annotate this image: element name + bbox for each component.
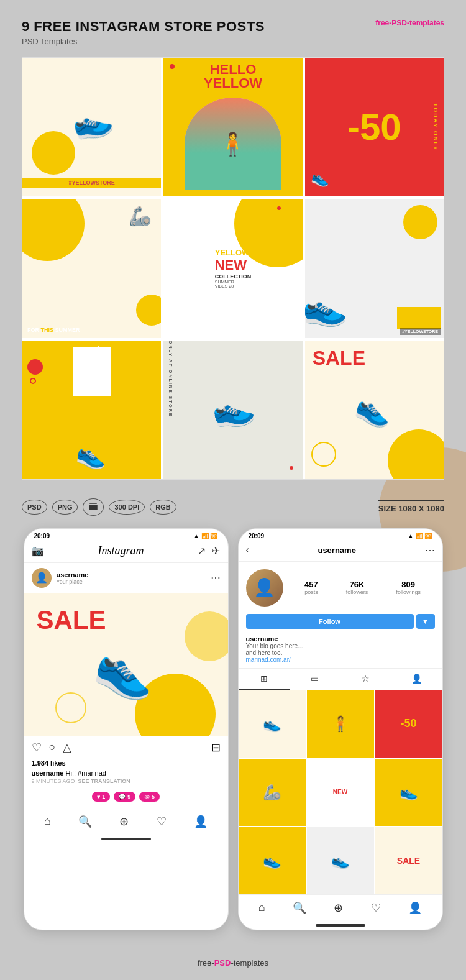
thumb-9-text: SALE — [397, 856, 420, 866]
right-nav-home-icon[interactable]: ⌂ — [258, 901, 265, 914]
tab-contact[interactable]: 👤 — [391, 669, 442, 690]
stat-posts-number: 457 — [304, 580, 318, 589]
right-nav-profile-icon[interactable]: 👤 — [408, 901, 422, 915]
comment-icon[interactable]: ○ — [49, 741, 56, 754]
shoe-emoji-3: 👟 — [309, 168, 331, 189]
ig-post-dots[interactable]: ⋯ — [211, 572, 221, 584]
badge-dpi: 300 DPI — [109, 500, 145, 515]
ig-notifications: ♥1 💬9 @5 — [24, 785, 228, 808]
page-header: 9 FREE INSTAGRAM STORE POSTS PSD Templat… — [22, 19, 444, 46]
svg-rect-0 — [89, 505, 98, 506]
profile-stats: 457 posts 76K followers 809 followings — [291, 580, 435, 595]
stat-followers-number: 76K — [346, 580, 368, 589]
profile-thumb-9[interactable]: SALE — [375, 827, 442, 894]
profile-thumb-3[interactable]: -50 — [375, 690, 442, 758]
profile-thumb-1[interactable]: 👟 — [239, 690, 306, 758]
thumb-2-emoji: 🧍 — [331, 715, 350, 733]
profile-grid: 👟 🧍 -50 🦾 NEW 👟 👟 — [239, 690, 442, 894]
bio-username: username — [246, 635, 435, 643]
post-cell-5: YELLOW NEW COLLECTION SUMMERVIBES 28 — [163, 199, 302, 337]
post-cell-4: 🦾 FOR THIS SUMMER — [22, 199, 161, 337]
post-cell-8: ONLY AT ONLINE STORE 👟 — [163, 341, 302, 479]
tab-list[interactable]: ▭ — [290, 669, 340, 690]
profile-tabs: ⊞ ▭ ☆ 👤 — [239, 668, 442, 690]
stat-following-label: followings — [396, 589, 421, 595]
stat-followers: 76K followers — [346, 580, 368, 595]
post-6-tag: #YELLOWSTORE — [400, 328, 441, 335]
profile-thumb-6[interactable]: 👟 — [375, 759, 442, 826]
nav-heart-icon[interactable]: ♡ — [157, 815, 167, 828]
post-5-line1: YELLOW — [215, 248, 252, 257]
profile-thumb-8[interactable]: 👟 — [307, 827, 374, 894]
badge-png: PNG — [52, 500, 78, 515]
heart-icon[interactable]: ♡ — [32, 741, 42, 754]
profile-thumb-2[interactable]: 🧍 — [307, 690, 374, 758]
svg-rect-3 — [89, 503, 97, 504]
right-nav-search-icon[interactable]: 🔍 — [293, 901, 306, 915]
nav-search-icon[interactable]: 🔍 — [78, 815, 92, 828]
notif-comment: 💬9 — [114, 792, 135, 802]
profile-three-dots[interactable]: ⋯ — [425, 544, 435, 556]
svg-rect-2 — [89, 508, 98, 510]
thumb-6-emoji: 👟 — [400, 784, 418, 801]
tab-tagged[interactable]: ☆ — [340, 669, 391, 690]
profile-thumb-5[interactable]: NEW — [307, 759, 374, 826]
thumb-3-text: -50 — [400, 717, 416, 730]
right-phone-nav: ⌂ 🔍 ⊕ ♡ 👤 — [239, 894, 442, 921]
follow-dropdown[interactable]: ▼ — [416, 614, 435, 629]
bio-link[interactable]: marinad.com.ar/ — [246, 656, 435, 663]
stat-following: 809 followings — [396, 580, 421, 595]
share-icon[interactable]: ↗ — [198, 545, 206, 557]
share-action-icon[interactable]: △ — [63, 741, 71, 754]
tab-grid[interactable]: ⊞ — [239, 669, 290, 690]
right-phone-bottom-indicator — [316, 924, 365, 927]
ig-post-place: Your place — [57, 579, 89, 585]
badge-layers — [83, 498, 104, 516]
post-8-text: ONLY AT ONLINE STORE — [168, 341, 173, 479]
profile-info: 👤 457 posts 76K followers 809 followings — [239, 562, 442, 614]
shoe-emoji-8: 👟 — [207, 385, 258, 435]
shoe-emoji-6: 👟 — [305, 285, 349, 331]
right-nav-heart-icon[interactable]: ♡ — [371, 901, 381, 915]
thumb-7-emoji: 👟 — [263, 852, 281, 869]
ig-avatar: 👤 — [32, 568, 52, 588]
ig-post-image: SALE 👟 — [24, 593, 228, 736]
ig-header: 📷 Instagram ↗ ✈ — [24, 542, 228, 563]
brand-logo: free-PSD-templates — [375, 19, 444, 27]
bookmark-icon[interactable]: ⊟ — [211, 741, 221, 754]
ig-logo: Instagram — [98, 544, 144, 557]
nav-home-icon[interactable]: ⌂ — [44, 815, 51, 828]
shoe-emoji-9: 👟 — [352, 388, 396, 432]
shoe-emoji-7: 👟 — [74, 438, 109, 472]
nav-profile-icon[interactable]: 👤 — [194, 815, 208, 828]
bio-text2: and here too. — [246, 649, 435, 656]
badges-bar: PSD PNG 300 DPI RGB SIZE 1080 X 1080 — [22, 498, 444, 516]
right-status-icons: ▲ 📶 🛜 — [408, 533, 432, 539]
badge-psd: PSD — [22, 500, 47, 515]
svg-rect-1 — [89, 506, 98, 508]
posts-grid: 👟 #YELLOWSTORE HELLOYELLOW 🧍 -50 TODAY O… — [22, 57, 444, 480]
post-5-line4: SUMMERVIBES 28 — [215, 280, 252, 288]
post-2-text: HELLOYELLOW — [163, 63, 302, 90]
ig-see-translation[interactable]: SEE TRANSLATION — [78, 778, 130, 784]
profile-thumb-4[interactable]: 🦾 — [239, 759, 306, 826]
right-nav-add-icon[interactable]: ⊕ — [334, 901, 343, 915]
post-cell-1: 👟 #YELLOWSTORE — [22, 58, 161, 196]
nav-add-icon[interactable]: ⊕ — [119, 815, 129, 828]
stat-posts: 457 posts — [304, 580, 318, 595]
follow-button[interactable]: Follow — [246, 614, 414, 629]
notif-heart: ♥1 — [92, 792, 110, 802]
back-icon[interactable]: ‹ — [246, 544, 249, 556]
paper-plane-icon[interactable]: ✈ — [212, 545, 220, 557]
ig-post-username: username — [57, 571, 89, 579]
ig-post-header: 👤 username Your place ⋯ — [24, 563, 228, 593]
camera-icon[interactable]: 📷 — [32, 545, 44, 557]
caption-username: username — [32, 769, 64, 777]
page-title: 9 FREE INSTAGRAM STORE POSTS — [22, 19, 265, 35]
post-3-side-text: TODAY ONLY — [432, 58, 439, 196]
profile-header-username: username — [318, 546, 355, 555]
profile-thumb-7[interactable]: 👟 — [239, 827, 306, 894]
ig-likes: 1.984 likes — [24, 759, 228, 769]
ig-time: 9 MINUTES AGO SEE TRANSLATION — [24, 777, 228, 785]
post-5-line2: NEW — [215, 257, 252, 273]
